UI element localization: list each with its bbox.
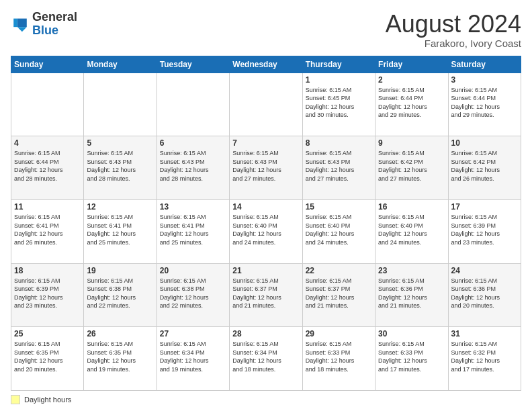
day-info: Sunrise: 6:15 AM Sunset: 6:38 PM Dayligh… (87, 277, 153, 310)
day-cell: 26Sunrise: 6:15 AM Sunset: 6:35 PM Dayli… (84, 327, 157, 391)
day-info: Sunrise: 6:15 AM Sunset: 6:43 PM Dayligh… (160, 149, 226, 183)
day-number: 21 (232, 266, 299, 275)
day-info: Sunrise: 6:15 AM Sunset: 6:40 PM Dayligh… (232, 213, 299, 246)
day-cell: 31Sunrise: 6:15 AM Sunset: 6:32 PM Dayli… (448, 327, 521, 391)
day-info: Sunrise: 6:15 AM Sunset: 6:41 PM Dayligh… (160, 213, 226, 246)
day-cell (230, 73, 302, 136)
day-number: 29 (306, 329, 372, 338)
day-info: Sunrise: 6:15 AM Sunset: 6:40 PM Dayligh… (306, 213, 372, 246)
day-info: Sunrise: 6:15 AM Sunset: 6:33 PM Dayligh… (306, 340, 372, 373)
day-number: 13 (160, 202, 226, 212)
day-cell: 19Sunrise: 6:15 AM Sunset: 6:38 PM Dayli… (84, 263, 157, 327)
day-number: 3 (451, 75, 518, 85)
day-number: 23 (378, 266, 445, 275)
day-cell: 5Sunrise: 6:15 AM Sunset: 6:43 PM Daylig… (84, 136, 157, 200)
day-cell: 7Sunrise: 6:15 AM Sunset: 6:43 PM Daylig… (230, 136, 302, 200)
day-cell: 21Sunrise: 6:15 AM Sunset: 6:37 PM Dayli… (230, 263, 302, 327)
day-number: 16 (378, 202, 445, 212)
day-number: 4 (14, 138, 81, 148)
day-cell: 27Sunrise: 6:15 AM Sunset: 6:34 PM Dayli… (157, 327, 229, 391)
day-info: Sunrise: 6:15 AM Sunset: 6:44 PM Dayligh… (451, 86, 518, 120)
day-number: 10 (451, 138, 518, 148)
day-number: 1 (306, 75, 372, 85)
svg-marker-2 (13, 18, 17, 27)
day-number: 12 (87, 202, 153, 212)
day-cell: 3Sunrise: 6:15 AM Sunset: 6:44 PM Daylig… (448, 73, 521, 136)
month-title: August 2024 (386, 11, 521, 38)
day-info: Sunrise: 6:15 AM Sunset: 6:36 PM Dayligh… (378, 277, 445, 310)
day-cell: 15Sunrise: 6:15 AM Sunset: 6:40 PM Dayli… (302, 199, 375, 263)
weekday-saturday: Saturday (448, 56, 521, 73)
day-number: 17 (451, 202, 518, 212)
weekday-wednesday: Wednesday (230, 56, 302, 73)
day-info: Sunrise: 6:15 AM Sunset: 6:43 PM Dayligh… (306, 149, 372, 183)
day-cell: 12Sunrise: 6:15 AM Sunset: 6:41 PM Dayli… (84, 199, 157, 263)
day-cell (84, 73, 157, 136)
day-cell: 11Sunrise: 6:15 AM Sunset: 6:41 PM Dayli… (11, 199, 84, 263)
week-row-1: 1Sunrise: 6:15 AM Sunset: 6:45 PM Daylig… (11, 73, 521, 136)
day-info: Sunrise: 6:15 AM Sunset: 6:43 PM Dayligh… (87, 149, 153, 183)
footer: Daylight hours (11, 395, 521, 404)
weekday-sunday: Sunday (11, 56, 84, 73)
day-cell: 20Sunrise: 6:15 AM Sunset: 6:38 PM Dayli… (157, 263, 229, 327)
day-cell: 14Sunrise: 6:15 AM Sunset: 6:40 PM Dayli… (230, 199, 302, 263)
logo-text: General Blue (32, 11, 77, 38)
day-number: 11 (14, 202, 81, 212)
day-cell (11, 73, 84, 136)
day-cell: 22Sunrise: 6:15 AM Sunset: 6:37 PM Dayli… (302, 263, 375, 327)
daylight-legend-box (11, 395, 20, 404)
day-number: 18 (14, 266, 81, 275)
day-info: Sunrise: 6:15 AM Sunset: 6:44 PM Dayligh… (378, 86, 445, 120)
day-number: 25 (14, 329, 81, 338)
day-number: 2 (378, 75, 445, 85)
day-cell: 30Sunrise: 6:15 AM Sunset: 6:33 PM Dayli… (375, 327, 448, 391)
day-cell (157, 73, 229, 136)
day-number: 26 (87, 329, 153, 338)
day-cell: 13Sunrise: 6:15 AM Sunset: 6:41 PM Dayli… (157, 199, 229, 263)
day-number: 31 (451, 329, 518, 338)
week-row-3: 11Sunrise: 6:15 AM Sunset: 6:41 PM Dayli… (11, 199, 521, 263)
weekday-tuesday: Tuesday (157, 56, 229, 73)
day-info: Sunrise: 6:15 AM Sunset: 6:35 PM Dayligh… (87, 340, 153, 373)
logo-icon (11, 15, 30, 34)
day-info: Sunrise: 6:15 AM Sunset: 6:32 PM Dayligh… (451, 340, 518, 373)
day-number: 24 (451, 266, 518, 275)
daylight-legend-label: Daylight hours (24, 396, 71, 404)
day-cell: 23Sunrise: 6:15 AM Sunset: 6:36 PM Dayli… (375, 263, 448, 327)
title-block: August 2024 Farakoro, Ivory Coast (386, 11, 521, 49)
day-cell: 16Sunrise: 6:15 AM Sunset: 6:40 PM Dayli… (375, 199, 448, 263)
day-info: Sunrise: 6:15 AM Sunset: 6:45 PM Dayligh… (306, 86, 372, 120)
day-info: Sunrise: 6:15 AM Sunset: 6:34 PM Dayligh… (232, 340, 299, 373)
day-number: 27 (160, 329, 226, 338)
weekday-thursday: Thursday (302, 56, 375, 73)
day-number: 8 (306, 138, 372, 148)
logo-blue: Blue (32, 24, 77, 38)
calendar: SundayMondayTuesdayWednesdayThursdayFrid… (11, 56, 521, 391)
logo: General Blue (11, 11, 77, 38)
day-cell: 24Sunrise: 6:15 AM Sunset: 6:36 PM Dayli… (448, 263, 521, 327)
day-info: Sunrise: 6:15 AM Sunset: 6:40 PM Dayligh… (378, 213, 445, 246)
day-cell: 9Sunrise: 6:15 AM Sunset: 6:42 PM Daylig… (375, 136, 448, 200)
day-number: 15 (306, 202, 372, 212)
day-number: 6 (160, 138, 226, 148)
day-number: 30 (378, 329, 445, 338)
day-cell: 25Sunrise: 6:15 AM Sunset: 6:35 PM Dayli… (11, 327, 84, 391)
day-number: 20 (160, 266, 226, 275)
day-info: Sunrise: 6:15 AM Sunset: 6:36 PM Dayligh… (451, 277, 518, 310)
weekday-header-row: SundayMondayTuesdayWednesdayThursdayFrid… (11, 56, 521, 73)
day-number: 5 (87, 138, 153, 148)
day-info: Sunrise: 6:15 AM Sunset: 6:35 PM Dayligh… (14, 340, 81, 373)
svg-marker-0 (17, 18, 27, 27)
day-info: Sunrise: 6:15 AM Sunset: 6:42 PM Dayligh… (451, 149, 518, 183)
day-info: Sunrise: 6:15 AM Sunset: 6:42 PM Dayligh… (378, 149, 445, 183)
week-row-5: 25Sunrise: 6:15 AM Sunset: 6:35 PM Dayli… (11, 327, 521, 391)
day-info: Sunrise: 6:15 AM Sunset: 6:39 PM Dayligh… (451, 213, 518, 246)
header: General Blue August 2024 Farakoro, Ivory… (11, 11, 521, 49)
day-cell: 29Sunrise: 6:15 AM Sunset: 6:33 PM Dayli… (302, 327, 375, 391)
day-number: 7 (232, 138, 299, 148)
weekday-friday: Friday (375, 56, 448, 73)
day-info: Sunrise: 6:15 AM Sunset: 6:33 PM Dayligh… (378, 340, 445, 373)
day-info: Sunrise: 6:15 AM Sunset: 6:43 PM Dayligh… (232, 149, 299, 183)
day-number: 9 (378, 138, 445, 148)
day-info: Sunrise: 6:15 AM Sunset: 6:41 PM Dayligh… (87, 213, 153, 246)
